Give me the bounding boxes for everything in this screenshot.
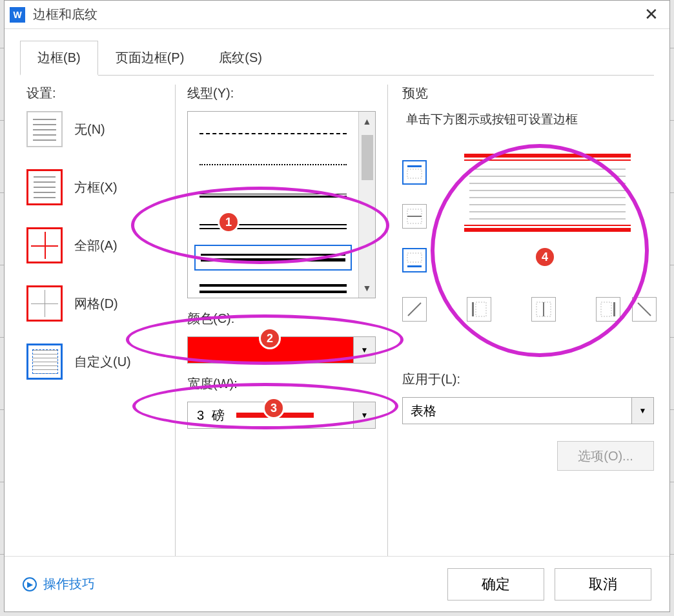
preview-area (402, 154, 654, 334)
settings-label: 设置: (26, 85, 175, 102)
line-style-option[interactable] (194, 276, 352, 298)
line-style-option[interactable] (194, 183, 352, 209)
preview-bottom-border (464, 228, 631, 232)
line-style-option[interactable] (194, 214, 352, 240)
preview-hint: 单击下方图示或按钮可设置边框 (406, 111, 654, 128)
svg-rect-0 (407, 165, 422, 167)
borders-shading-dialog: W 边框和底纹 ✕ 边框(B) 页面边框(P) 底纹(S) 设置: 无(N) 方… (4, 0, 670, 612)
apply-to-value: 表格 (411, 402, 436, 420)
color-label: 颜色(C): (187, 310, 376, 327)
line-style-list-body (188, 112, 358, 298)
svg-rect-10 (543, 302, 544, 316)
setting-custom-label: 自定义(U) (74, 353, 131, 371)
line-style-list[interactable]: ▲ ▼ (187, 111, 376, 298)
preview-border-right-button[interactable] (596, 297, 620, 322)
tab-page-border[interactable]: 页面边框(P) (98, 41, 202, 76)
preview-diag2-button[interactable] (632, 297, 657, 322)
border-left-icon (471, 301, 487, 318)
apply-to-section: 应用于(L): 表格 ▼ (402, 371, 654, 424)
svg-rect-12 (613, 302, 615, 316)
width-value: 3 (197, 408, 204, 423)
app-icon: W (10, 7, 25, 23)
width-value-area: 3 磅 (188, 407, 353, 424)
setting-custom[interactable]: 自定义(U) (26, 344, 175, 380)
setting-box-label: 方框(X) (74, 179, 117, 196)
preview-diag1-button[interactable] (402, 297, 427, 322)
svg-line-6 (408, 303, 421, 316)
preview-canvas[interactable] (460, 154, 635, 276)
setting-none[interactable]: 无(N) (26, 111, 175, 147)
line-style-option[interactable] (194, 121, 352, 147)
apply-to-label: 应用于(L): (402, 371, 654, 388)
apply-to-select[interactable]: 表格 ▼ (402, 397, 654, 424)
preview-label: 预览 (402, 85, 654, 102)
settings-column: 设置: 无(N) 方框(X) 全部(A) 网格(D) 自定义(U) (26, 85, 175, 556)
preview-border-left-button[interactable] (467, 297, 491, 322)
scroll-up-icon[interactable]: ▲ (359, 112, 375, 131)
tab-border[interactable]: 边框(B) (20, 41, 98, 76)
width-label: 宽度(W): (187, 375, 376, 393)
preview-border-top-button[interactable] (402, 160, 427, 185)
dialog-body: 设置: 无(N) 方框(X) 全部(A) 网格(D) 自定义(U) (5, 76, 669, 556)
color-picker[interactable]: ▼ (187, 336, 376, 364)
border-vmid-icon (535, 301, 552, 318)
box-icon (26, 169, 63, 205)
border-top-icon (406, 164, 423, 181)
custom-icon (26, 344, 63, 380)
close-icon: ✕ (644, 5, 659, 25)
border-bottom-icon (406, 252, 423, 269)
scroll-thumb[interactable] (362, 135, 373, 180)
svg-rect-3 (407, 216, 422, 217)
ok-button[interactable]: 确定 (447, 568, 544, 601)
width-sample-bar (236, 413, 314, 418)
grid-icon (26, 285, 63, 322)
preview-column: 预览 单击下方图示或按钮可设置边框 (388, 85, 654, 556)
line-style-option-selected[interactable] (194, 245, 352, 271)
line-style-column: 线型(Y): ▲ ▼ 颜色(C): (175, 85, 388, 556)
diag-icon (406, 301, 423, 318)
tab-bar: 边框(B) 页面边框(P) 底纹(S) (5, 29, 669, 76)
width-unit: 磅 (212, 407, 225, 424)
svg-line-13 (638, 303, 651, 316)
setting-all[interactable]: 全部(A) (26, 227, 175, 263)
svg-rect-7 (472, 302, 474, 316)
chevron-down-icon: ▼ (631, 398, 653, 424)
preview-border-vmid-button[interactable] (531, 297, 556, 322)
chevron-down-icon: ▼ (353, 402, 375, 428)
all-icon (26, 227, 63, 263)
line-style-option[interactable] (194, 152, 352, 178)
preview-border-hmid-button[interactable] (402, 204, 427, 229)
border-right-icon (600, 301, 617, 318)
cancel-button[interactable]: 取消 (555, 568, 651, 601)
setting-grid-label: 网格(D) (74, 295, 118, 313)
tips-label: 操作技巧 (43, 575, 95, 593)
dialog-footer: ▶ 操作技巧 确定 取消 (5, 556, 669, 611)
svg-rect-4 (407, 253, 422, 262)
diag-icon (636, 301, 653, 318)
setting-grid[interactable]: 网格(D) (26, 285, 175, 322)
tab-shading[interactable]: 底纹(S) (201, 41, 280, 76)
preview-border-bottom-button[interactable] (402, 248, 427, 272)
svg-rect-8 (476, 302, 486, 316)
options-button: 选项(O)... (557, 441, 654, 471)
setting-all-label: 全部(A) (74, 237, 117, 254)
line-style-scrollbar[interactable]: ▲ ▼ (358, 112, 375, 298)
close-button[interactable]: ✕ (638, 2, 664, 28)
width-picker[interactable]: 3 磅 ▼ (187, 402, 376, 429)
dialog-title: 边框和底纹 (33, 6, 97, 23)
titlebar: W 边框和底纹 ✕ (5, 1, 669, 29)
none-icon (26, 111, 63, 147)
tips-link[interactable]: ▶ 操作技巧 (23, 575, 95, 593)
color-swatch (188, 337, 353, 363)
border-hmid-icon (406, 208, 423, 225)
scroll-down-icon[interactable]: ▼ (359, 278, 375, 298)
svg-rect-1 (407, 169, 422, 178)
svg-rect-5 (407, 265, 422, 267)
chevron-down-icon: ▼ (353, 337, 375, 363)
play-icon: ▶ (23, 577, 37, 591)
setting-box[interactable]: 方框(X) (26, 169, 175, 205)
line-style-label: 线型(Y): (187, 85, 376, 102)
svg-rect-11 (601, 302, 611, 316)
setting-none-label: 无(N) (74, 121, 105, 138)
